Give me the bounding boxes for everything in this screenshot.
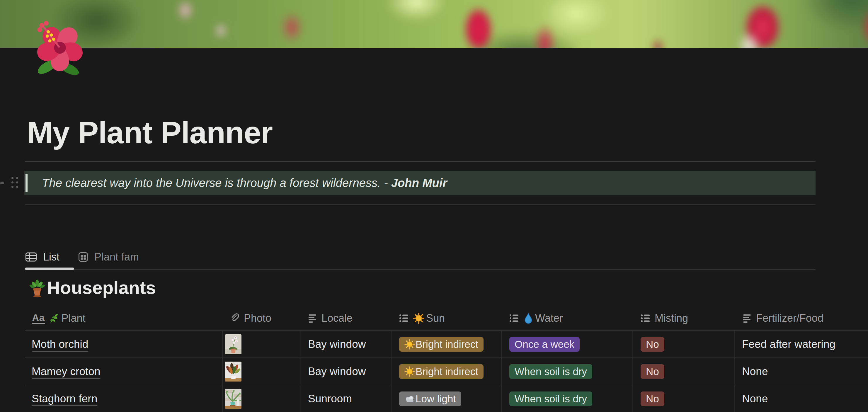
column-label: Water [535, 312, 563, 324]
page-icon-hibiscus[interactable] [27, 16, 91, 80]
tag-low-light[interactable]: Low light [399, 391, 461, 406]
select-list-icon [399, 313, 409, 323]
title-property-icon: Aa [32, 313, 45, 324]
cell-water[interactable]: When soil is dry [502, 385, 633, 412]
cell-plant[interactable]: Mamey croton [25, 358, 223, 385]
table-row-moth-orchid: Moth orchid [25, 331, 868, 358]
select-list-icon [509, 313, 519, 323]
cell-fertilizer[interactable]: None [735, 358, 868, 385]
column-label: Plant [61, 312, 85, 324]
cell-sun[interactable]: Bright indirect [392, 331, 502, 357]
orchid-photo-thumbnail[interactable] [225, 334, 242, 354]
divider [25, 161, 815, 162]
cell-plant[interactable]: Moth orchid [25, 331, 223, 357]
quote-block[interactable]: The clearest way into the Universe is th… [24, 171, 815, 195]
column-header-sun[interactable]: Sun [392, 306, 502, 330]
drag-handle-icon[interactable] [11, 177, 19, 189]
cell-photo[interactable] [223, 358, 300, 385]
cell-water[interactable]: Once a week [502, 331, 633, 357]
tag-bright-indirect[interactable]: Bright indirect [399, 337, 484, 352]
table-view-icon [25, 252, 37, 262]
tab-list-label: List [43, 251, 60, 263]
fern-photo-thumbnail[interactable] [225, 389, 242, 409]
hibiscus-icon [27, 16, 91, 80]
houseplants-table: Aa Plant Photo [0, 306, 868, 412]
column-header-water[interactable]: Water [502, 306, 633, 330]
quote-body: The clearest way into the Universe is th… [42, 177, 381, 189]
cell-plant[interactable]: Staghorn fern [25, 385, 223, 412]
cell-misting[interactable]: No [633, 331, 735, 357]
cell-photo[interactable] [223, 331, 300, 357]
tag-no[interactable]: No [641, 337, 664, 352]
database-title[interactable]: Houseplants [29, 278, 156, 298]
sun-icon [404, 339, 415, 350]
tag-bright-indirect[interactable]: Bright indirect [399, 364, 484, 379]
cloud-icon [404, 394, 415, 403]
page-link-staghorn-fern[interactable]: Staghorn fern [32, 393, 97, 405]
cell-locale[interactable]: Sunroom [300, 385, 392, 412]
cell-fertilizer[interactable]: None [735, 385, 868, 412]
quote-left-bar [26, 174, 28, 192]
tag-no[interactable]: No [641, 391, 664, 406]
column-header-misting[interactable]: Misting [633, 306, 735, 330]
tab-list[interactable]: List [25, 251, 60, 263]
tag-no[interactable]: No [641, 364, 664, 379]
column-label: Sun [426, 312, 445, 324]
view-tabs: List Plant fam [25, 246, 139, 268]
droplet-icon [523, 313, 533, 324]
cell-photo[interactable] [223, 385, 300, 412]
select-list-icon [640, 313, 651, 323]
column-label: Misting [655, 312, 688, 324]
tab-plant-fam-label: Plant fam [94, 251, 139, 263]
quote-author: John Muir [391, 177, 447, 189]
table-header-row: Aa Plant Photo [25, 306, 868, 331]
board-view-icon [78, 252, 88, 262]
cell-fertilizer[interactable]: Feed after watering [735, 331, 868, 357]
tab-plant-fam[interactable]: Plant fam [78, 251, 139, 263]
table-row-mamey-croton: Mamey croton [25, 358, 868, 385]
column-header-plant[interactable]: Aa Plant [25, 306, 223, 330]
garden-photo [0, 0, 868, 48]
croton-photo-thumbnail[interactable] [225, 361, 242, 382]
tag-once-a-week[interactable]: Once a week [509, 337, 580, 352]
tag-when-soil-is-dry[interactable]: When soil is dry [509, 364, 592, 379]
column-label: Fertilizer/Food [756, 312, 824, 324]
cell-misting[interactable]: No [633, 385, 735, 412]
tabs-bottom-border [25, 269, 815, 270]
tag-when-soil-is-dry[interactable]: When soil is dry [509, 391, 592, 406]
cell-sun[interactable]: Low light [392, 385, 502, 412]
cell-locale[interactable]: Bay window [300, 331, 392, 357]
database-title-text: Houseplants [47, 278, 156, 298]
sun-icon [404, 366, 415, 377]
column-header-fertilizer[interactable]: Fertilizer/Food [735, 306, 868, 330]
page-cover-image [0, 0, 868, 48]
cell-sun[interactable]: Bright indirect [392, 358, 502, 385]
text-lines-icon [742, 313, 752, 323]
quote-text: The clearest way into the Universe is th… [42, 177, 447, 190]
column-label: Photo [244, 312, 271, 324]
cell-locale[interactable]: Bay window [300, 358, 392, 385]
paperclip-icon [230, 313, 240, 323]
left-edge-dash [0, 182, 4, 184]
page-link-moth-orchid[interactable]: Moth orchid [32, 338, 88, 350]
text-lines-icon [307, 313, 317, 323]
cell-misting[interactable]: No [633, 358, 735, 385]
sun-icon [413, 313, 424, 324]
herb-leaf-icon [49, 313, 60, 323]
divider [25, 204, 815, 204]
column-header-locale[interactable]: Locale [300, 306, 392, 330]
cell-water[interactable]: When soil is dry [502, 358, 633, 385]
column-header-photo[interactable]: Photo [223, 306, 300, 330]
potted-plant-icon [29, 279, 45, 298]
page-title[interactable]: My Plant Planner [27, 115, 273, 150]
column-label: Locale [321, 312, 352, 324]
page-link-mamey-croton[interactable]: Mamey croton [32, 366, 100, 378]
table-row-staghorn-fern: Staghorn fern [25, 385, 868, 412]
active-tab-underline [25, 267, 74, 270]
